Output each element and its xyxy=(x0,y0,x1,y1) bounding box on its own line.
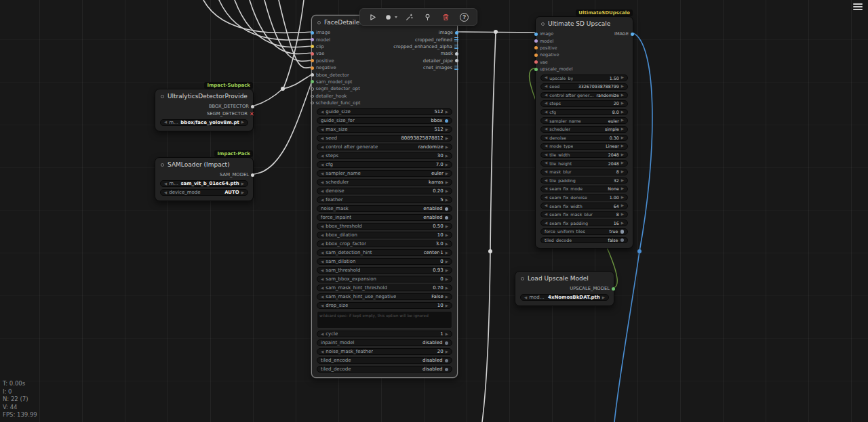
collapse-icon[interactable] xyxy=(541,22,545,26)
increment-arrow-icon[interactable]: ▶ xyxy=(446,137,448,141)
output-slot-mask[interactable]: mask xyxy=(441,50,455,57)
widget-seam-fix-mask-blur[interactable]: ◀seam_fix_mask_blur8▶ xyxy=(540,211,628,218)
widget-max-size[interactable]: ◀max_size512▶ xyxy=(317,126,452,133)
widget-cycle[interactable]: ◀cycle1▶ xyxy=(317,331,452,337)
input-slot-segm-detector-opt[interactable]: segm_detector_opt xyxy=(314,85,360,92)
decrement-arrow-icon[interactable]: ◀ xyxy=(545,204,547,208)
widget-seam-fix-width[interactable]: ◀seam_fix_width64▶ xyxy=(540,203,628,209)
widget-sam-dilation[interactable]: ◀sam_dilation0▶ xyxy=(317,258,452,265)
decrement-arrow-icon[interactable]: ◀ xyxy=(321,295,323,299)
widget-guide-size[interactable]: ◀guide_size512▶ xyxy=(317,108,452,115)
toggle-dot-icon[interactable] xyxy=(620,230,625,234)
increment-arrow-icon[interactable]: ▶ xyxy=(446,350,448,354)
increment-arrow-icon[interactable]: ▶ xyxy=(446,225,448,229)
increment-arrow-icon[interactable]: ▶ xyxy=(621,127,624,131)
pin-button[interactable] xyxy=(420,10,435,24)
increment-arrow-icon[interactable]: ▶ xyxy=(621,110,624,114)
collapse-icon[interactable] xyxy=(317,21,321,24)
increment-arrow-icon[interactable]: ▶ xyxy=(446,287,448,291)
increment-arrow-icon[interactable]: ▶ xyxy=(621,196,624,200)
menu-icon[interactable] xyxy=(853,3,863,10)
output-slot-segm-detector[interactable]: SEGM_DETECTOR xyxy=(207,110,251,117)
decrement-arrow-icon[interactable]: ◀ xyxy=(545,144,547,148)
increment-arrow-icon[interactable]: ▶ xyxy=(446,260,448,264)
increment-arrow-icon[interactable]: ▶ xyxy=(621,204,624,208)
widget-model-na[interactable]: ◀model_na...bbox/face_yolov8m.pt▶ xyxy=(160,119,248,126)
increment-arrow-icon[interactable]: ▶ xyxy=(446,269,448,273)
widget-sam-mask-hint-use-negative[interactable]: ◀sam_mask_hint_use_negativeFalse▶ xyxy=(317,293,452,300)
node-load-upscale-model[interactable]: Load Upscale ModelUPSCALE_MODEL◀model_na… xyxy=(515,271,614,306)
input-slot-model[interactable]: model xyxy=(538,37,553,44)
collapse-icon[interactable] xyxy=(161,163,164,167)
decrement-arrow-icon[interactable]: ◀ xyxy=(545,153,547,157)
decrement-arrow-icon[interactable]: ◀ xyxy=(321,234,323,238)
increment-arrow-icon[interactable]: ▶ xyxy=(621,221,624,226)
widget-drop-size[interactable]: ◀drop_size10▶ xyxy=(317,302,452,309)
input-slot-vae[interactable]: vae xyxy=(314,50,324,57)
increment-arrow-icon[interactable]: ▶ xyxy=(446,304,448,308)
input-slot-image[interactable]: image xyxy=(314,29,330,36)
output-slot-bbox-detector[interactable]: BBOX_DETECTOR xyxy=(209,103,251,110)
decrement-arrow-icon[interactable]: ◀ xyxy=(545,161,547,165)
decrement-arrow-icon[interactable]: ◀ xyxy=(321,287,323,291)
node-sam-loader-impact[interactable]: Impact-PackSAMLoader (Impact)SAM_MODEL◀m… xyxy=(155,157,254,201)
increment-arrow-icon[interactable]: ▶ xyxy=(446,242,448,247)
toggle-dot-icon[interactable] xyxy=(445,341,449,345)
decrement-arrow-icon[interactable]: ◀ xyxy=(545,221,547,226)
widget-seam-fix-denoise[interactable]: ◀seam_fix_denoise1.00▶ xyxy=(540,194,628,201)
magic-wand-button[interactable] xyxy=(401,10,417,24)
increment-arrow-icon[interactable]: ▶ xyxy=(621,85,624,89)
decrement-arrow-icon[interactable]: ◀ xyxy=(321,198,323,203)
widget-inpaint-model[interactable]: inpaint_modeldisabled xyxy=(317,339,452,346)
decrement-arrow-icon[interactable]: ◀ xyxy=(545,119,547,123)
widget-bbox-crop-factor[interactable]: ◀bbox_crop_factor3.0▶ xyxy=(317,240,452,247)
toggle-dot-icon[interactable] xyxy=(445,207,449,211)
decrement-arrow-icon[interactable]: ◀ xyxy=(545,93,547,98)
increment-arrow-icon[interactable]: ▶ xyxy=(621,144,624,148)
increment-arrow-icon[interactable]: ▶ xyxy=(621,102,624,106)
decrement-arrow-icon[interactable]: ◀ xyxy=(545,110,547,114)
help-button[interactable]: ? xyxy=(456,10,472,24)
output-slot-detailer-pipe[interactable]: detailer_pipe xyxy=(423,58,455,64)
node-header[interactable]: Ultimate SD Upscale xyxy=(536,17,633,30)
widget-guide-size-for[interactable]: guide_size_forbbox xyxy=(317,117,452,124)
decrement-arrow-icon[interactable]: ◀ xyxy=(164,121,167,125)
input-slot-sam-model-opt[interactable]: sam_model_opt xyxy=(314,79,352,85)
increment-arrow-icon[interactable]: ▶ xyxy=(446,278,448,282)
increment-arrow-icon[interactable]: ▶ xyxy=(446,110,448,114)
decrement-arrow-icon[interactable]: ◀ xyxy=(321,137,323,141)
widget-force-inpaint[interactable]: force_inpaintenabled xyxy=(317,214,452,221)
widget-sampler-name[interactable]: ◀sampler_nameeuler▶ xyxy=(540,117,628,124)
increment-arrow-icon[interactable]: ▶ xyxy=(241,121,244,125)
widget-bbox-dilation[interactable]: ◀bbox_dilation10▶ xyxy=(317,232,452,238)
widget-tiled-decode[interactable]: tiled_decodedisabled xyxy=(317,366,452,373)
node-face-detailer[interactable]: FaceDetailerimagemodelclipvaepositiveneg… xyxy=(311,15,458,378)
input-slot-bbox-detector[interactable]: bbox_detector xyxy=(314,71,349,78)
increment-arrow-icon[interactable]: ▶ xyxy=(621,93,624,98)
input-slot-vae[interactable]: vae xyxy=(538,59,548,66)
decrement-arrow-icon[interactable]: ◀ xyxy=(321,190,323,194)
widget-model-name[interactable]: ◀model_name4xNomosBkDAT.pth▶ xyxy=(520,294,609,301)
increment-arrow-icon[interactable]: ▶ xyxy=(446,198,448,203)
increment-arrow-icon[interactable]: ▶ xyxy=(446,181,448,185)
output-slot-cnet-images[interactable]: cnet_images xyxy=(423,64,455,71)
widget-seed[interactable]: ◀seed80893825878812▶ xyxy=(317,135,452,142)
widget-sam-detection-hint[interactable]: ◀sam_detection_hintcenter-1▶ xyxy=(317,249,452,256)
node-canvas[interactable]: Impact-SubpackUltralyticsDetectorProvide… xyxy=(0,0,868,422)
decrement-arrow-icon[interactable]: ◀ xyxy=(321,154,323,159)
input-slot-clip[interactable]: clip xyxy=(314,43,324,50)
output-slot-image[interactable]: image xyxy=(439,29,455,36)
increment-arrow-icon[interactable]: ▶ xyxy=(446,163,448,167)
decrement-arrow-icon[interactable]: ◀ xyxy=(321,146,323,150)
toggle-dot-icon[interactable] xyxy=(445,359,449,363)
widget-sam-threshold[interactable]: ◀sam_threshold0.93▶ xyxy=(317,267,452,274)
decrement-arrow-icon[interactable]: ◀ xyxy=(321,163,323,167)
input-slot-detailer-hook[interactable]: detailer_hook xyxy=(314,93,347,100)
widget-upscale-by[interactable]: ◀upscale_by1.50▶ xyxy=(540,75,628,81)
increment-arrow-icon[interactable]: ▶ xyxy=(446,190,448,194)
widget-seed[interactable]: ◀seed332670938788799▶ xyxy=(540,83,628,90)
increment-arrow-icon[interactable]: ▶ xyxy=(446,295,448,299)
decrement-arrow-icon[interactable]: ◀ xyxy=(545,196,547,200)
decrement-arrow-icon[interactable]: ◀ xyxy=(321,333,323,337)
decrement-arrow-icon[interactable]: ◀ xyxy=(321,225,323,229)
